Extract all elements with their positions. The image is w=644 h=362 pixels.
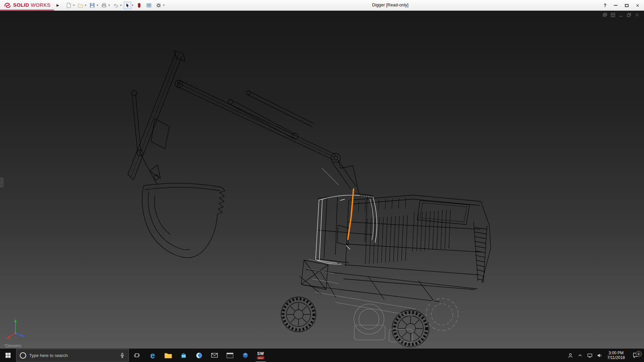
options-button[interactable]: ▾ — [154, 1, 165, 9]
3d-app-icon — [242, 352, 249, 359]
start-button[interactable] — [0, 349, 16, 362]
undo-button[interactable]: ▾ — [111, 1, 122, 9]
close-document-icon[interactable] — [635, 13, 639, 17]
titlebar: SOLIDWORKS ▶ ▾ ▾ ▾ ▾ — [0, 0, 644, 11]
graphics-area: › *Dimetric — [0, 11, 644, 349]
task-view-button[interactable] — [129, 349, 145, 362]
document-title: Digger [Read-only] — [372, 0, 408, 11]
design-table-icon — [145, 2, 153, 9]
taskbar-app-solidworks[interactable]: SW 2017 — [253, 349, 268, 362]
edge-icon: e — [150, 351, 155, 360]
speaker-icon — [597, 353, 602, 358]
quick-toolbar: ▾ ▾ ▾ ▾ ▾ — [64, 1, 165, 9]
taskbar-app-mail[interactable] — [207, 349, 222, 362]
taskbar-app-round[interactable] — [191, 349, 207, 362]
save-floppy-icon — [89, 2, 96, 9]
show-hidden-icons-button[interactable] — [575, 349, 585, 362]
cascade-windows-icon[interactable] — [603, 13, 607, 17]
3d-viewport-canvas[interactable] — [0, 11, 644, 349]
x-axis-arrow — [6, 336, 10, 339]
open-document-button[interactable]: ▾ — [76, 1, 87, 9]
people-button[interactable] — [566, 349, 575, 362]
tile-windows-icon[interactable] — [611, 13, 615, 17]
save-button[interactable]: ▾ — [88, 1, 99, 9]
selected-edge-highlight — [348, 189, 354, 239]
network-button[interactable] — [585, 349, 595, 362]
taskbar-clock[interactable]: 3:00 PM 7/11/2018 — [604, 351, 628, 360]
solidworks-app-label: SW — [257, 352, 264, 357]
taskbar-app-console[interactable] — [222, 349, 237, 362]
document-window-controls — [603, 13, 639, 17]
orientation-triad[interactable] — [4, 316, 28, 341]
clock-time: 3:00 PM — [608, 351, 624, 355]
view-orientation-label: *Dimetric — [4, 343, 22, 348]
console-window-icon — [226, 353, 233, 358]
z-axis-arrow — [21, 334, 24, 337]
ds-logo-icon — [4, 2, 11, 8]
taskbar-app-file-explorer[interactable] — [160, 349, 176, 362]
xpress-tools-button[interactable] — [135, 1, 144, 9]
round-app-icon — [196, 352, 202, 359]
new-document-icon — [65, 2, 72, 9]
maximize-button[interactable] — [625, 4, 629, 7]
xpress-tools-icon — [136, 2, 143, 9]
dropdown-caret-icon: ▾ — [132, 4, 133, 7]
help-button[interactable]: ? — [604, 3, 607, 8]
solidworks-logo[interactable]: SOLIDWORKS — [0, 0, 54, 10]
solidworks-window: SOLIDWORKS ▶ ▾ ▾ ▾ ▾ — [0, 0, 644, 362]
gear-icon — [155, 2, 162, 9]
excavator-wireframe — [128, 50, 491, 347]
menu-expand-arrow[interactable]: ▶ — [57, 3, 59, 7]
windows-taskbar: Type here to search e — [0, 349, 644, 362]
taskbar-search-input[interactable]: Type here to search — [16, 349, 129, 362]
dropdown-caret-icon: ▾ — [97, 4, 98, 7]
cortana-icon — [20, 352, 26, 359]
task-view-icon — [134, 352, 140, 358]
clock-date: 7/11/2018 — [607, 355, 625, 360]
select-tool-button[interactable]: ▾ — [123, 1, 134, 9]
triad-origin — [15, 333, 16, 334]
taskbar-app-edge[interactable]: e — [145, 349, 160, 362]
store-icon — [180, 352, 187, 359]
system-tray: 3:00 PM 7/11/2018 2 — [566, 349, 644, 362]
minimize-button[interactable] — [614, 5, 618, 6]
open-folder-icon — [77, 2, 84, 9]
printer-icon — [100, 2, 108, 9]
action-center-button[interactable]: 2 — [628, 352, 643, 359]
search-placeholder: Type here to search — [29, 353, 116, 358]
minimize-document-icon[interactable] — [619, 13, 623, 17]
dropdown-caret-icon: ▾ — [85, 4, 86, 7]
hidden-line-geometry — [308, 168, 458, 342]
print-button[interactable]: ▾ — [100, 1, 110, 9]
taskbar-app-store[interactable] — [176, 349, 191, 362]
dropdown-caret-icon: ▾ — [108, 4, 110, 7]
taskbar-app-3d[interactable] — [237, 349, 253, 362]
select-cursor-icon — [124, 2, 131, 9]
people-icon — [568, 353, 573, 358]
microphone-icon[interactable] — [119, 353, 125, 358]
dropdown-caret-icon: ▾ — [163, 4, 164, 7]
viewport-side-tab[interactable]: › — [0, 178, 3, 187]
volume-button[interactable] — [595, 349, 604, 362]
dropdown-caret-icon: ▾ — [120, 4, 121, 7]
solidworks-app-year: 2017 — [257, 357, 264, 359]
notification-badge: 2 — [636, 351, 642, 357]
chevron-up-icon — [578, 353, 583, 358]
brand-name-light: WORKS — [31, 2, 51, 8]
dropdown-caret-icon: ▾ — [73, 4, 74, 7]
mail-icon — [211, 353, 218, 358]
restore-document-icon[interactable] — [627, 13, 631, 17]
window-controls: ? × — [604, 0, 640, 11]
z-axis-blue — [15, 333, 22, 336]
undo-arrow-icon — [112, 2, 119, 9]
y-axis-arrow — [14, 319, 17, 322]
close-button[interactable]: × — [636, 3, 639, 8]
design-table-button[interactable] — [145, 1, 153, 9]
new-document-button[interactable]: ▾ — [64, 1, 75, 9]
network-icon — [587, 353, 593, 358]
brand-name-bold: SOLID — [13, 2, 29, 8]
file-explorer-icon — [164, 352, 172, 359]
solidworks-app-icon: SW 2017 — [257, 352, 264, 359]
windows-logo-icon — [5, 352, 11, 358]
